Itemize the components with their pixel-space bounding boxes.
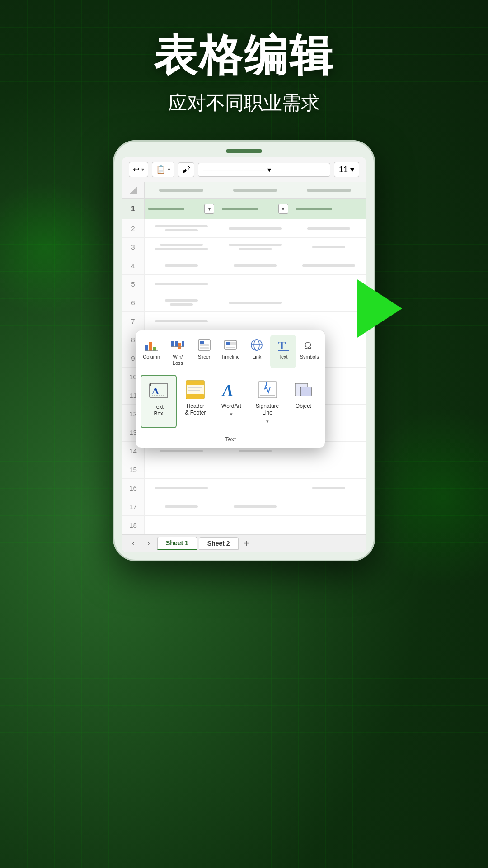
svg-text:Ω: Ω	[304, 340, 311, 351]
popup-item-slicer[interactable]: Slicer	[192, 335, 217, 368]
brush-icon: 🖌	[182, 165, 190, 175]
popup-label-timeline: Timeline	[221, 354, 239, 360]
wordart-big-icon: A	[220, 378, 243, 401]
page-title: 表格编辑	[0, 27, 488, 86]
cell-17a[interactable]	[145, 497, 218, 515]
cell-2c[interactable]	[292, 219, 366, 237]
cell-2b[interactable]	[218, 219, 292, 237]
popup-item-timeline[interactable]: Timeline	[218, 335, 243, 368]
table-row: 4	[122, 256, 366, 275]
svg-text:A: A	[152, 385, 159, 396]
filter-dropdown-b[interactable]: ▾	[278, 204, 288, 214]
cell-7a[interactable]	[145, 312, 218, 330]
arrow-shape	[357, 279, 402, 338]
row-num-17: 17	[122, 497, 145, 515]
popup-item-link[interactable]: Link	[244, 335, 269, 368]
svg-rect-11	[200, 341, 204, 344]
cell-4a[interactable]	[145, 256, 218, 274]
cell-16c[interactable]	[292, 479, 366, 497]
sheet-nav-next-button[interactable]: ›	[142, 537, 155, 550]
font-select[interactable]: ────────────── ▾	[198, 163, 330, 177]
svg-rect-6	[175, 341, 178, 347]
cell-17c[interactable]	[292, 497, 366, 515]
svg-rect-27	[150, 383, 151, 386]
table-row: 15	[122, 460, 366, 479]
popup-wordart-button[interactable]: A WordArt ▾	[214, 375, 249, 428]
cell-3b[interactable]	[218, 238, 292, 256]
popup-item-text[interactable]: T Text	[270, 335, 296, 368]
text-icon: T	[275, 337, 291, 353]
cell-16a[interactable]	[145, 479, 218, 497]
phone-mockup: ↩ ▾ 📋 ▾ 🖌 ────────────── ▾ 11 ▾	[113, 140, 375, 561]
filter-dropdown-a[interactable]: ▾	[204, 204, 214, 214]
cell-18b[interactable]	[218, 516, 292, 534]
table-row: 18	[122, 516, 366, 534]
row-num-16: 16	[122, 479, 145, 497]
cell-5b[interactable]	[218, 275, 292, 293]
textbox-label: TextBox	[154, 404, 164, 418]
signatureline-big-icon	[256, 378, 279, 401]
popup-item-winloss[interactable]: Win/Loss	[165, 335, 190, 368]
clipboard-chevron: ▾	[168, 166, 170, 173]
cell-6a[interactable]	[145, 293, 218, 311]
filter-row: 1 ▾ ▾	[122, 199, 366, 219]
popup-headerfooter-button[interactable]: Header& Footer	[178, 375, 213, 428]
cell-17b[interactable]	[218, 497, 292, 515]
filter-cell-b: ▾	[218, 199, 292, 219]
svg-rect-38	[300, 387, 311, 396]
sheet-tab-2[interactable]: Sheet 2	[199, 537, 239, 550]
cell-3c[interactable]	[292, 238, 366, 256]
cell-7b[interactable]	[218, 312, 292, 330]
cell-7c[interactable]	[292, 312, 366, 330]
sheet-nav-prev-button[interactable]: ‹	[127, 537, 140, 550]
font-size-chevron: ▾	[350, 165, 354, 174]
cell-3a[interactable]	[145, 238, 218, 256]
cell-18a[interactable]	[145, 516, 218, 534]
popup-item-symbols[interactable]: Ω Symbols	[297, 335, 322, 368]
undo-button[interactable]: ↩ ▾	[129, 162, 148, 177]
row-num-2: 2	[122, 219, 145, 237]
cell-2a[interactable]	[145, 219, 218, 237]
cell-4b[interactable]	[218, 256, 292, 274]
font-size-label: 11	[339, 165, 348, 174]
cell-18c[interactable]	[292, 516, 366, 534]
cell-5a[interactable]	[145, 275, 218, 293]
table-row: 7	[122, 312, 366, 330]
row-num-3: 3	[122, 238, 145, 256]
cell-16b[interactable]	[218, 479, 292, 497]
object-big-icon	[292, 378, 314, 401]
toolbar: ↩ ▾ 📋 ▾ 🖌 ────────────── ▾ 11 ▾	[122, 157, 366, 182]
popup-label-column: Column	[143, 354, 160, 360]
popup-label-link: Link	[252, 354, 261, 360]
table-row: 16	[122, 479, 366, 497]
cell-15b[interactable]	[218, 460, 292, 478]
sheet-tab-1[interactable]: Sheet 1	[157, 537, 197, 550]
popup-object-button[interactable]: Object	[286, 375, 320, 428]
svg-rect-5	[171, 341, 174, 347]
popup-item-column[interactable]: Column	[139, 335, 164, 368]
svg-rect-12	[200, 344, 209, 346]
clipboard-button[interactable]: 📋 ▾	[152, 162, 174, 177]
cell-5c[interactable]	[292, 275, 366, 293]
cell-6b[interactable]	[218, 293, 292, 311]
cell-4c[interactable]	[292, 256, 366, 274]
popup-signatureline-button[interactable]: SignatureLine ▾	[250, 375, 285, 428]
svg-rect-2	[149, 342, 152, 351]
sheet-add-button[interactable]: +	[240, 537, 253, 550]
font-size-select[interactable]: 11 ▾	[334, 162, 359, 177]
textbox-big-icon: A	[147, 379, 170, 402]
svg-rect-15	[226, 342, 230, 345]
popup-textbox-button[interactable]: A TextBox	[141, 375, 177, 428]
insert-popup-menu: Column Win/Loss	[136, 330, 325, 448]
row-num-5: 5	[122, 275, 145, 293]
phone-notch	[226, 149, 262, 153]
row-num-18: 18	[122, 516, 145, 534]
headerfooter-label: Header& Footer	[185, 403, 206, 417]
brush-button[interactable]: 🖌	[178, 162, 194, 177]
cell-15a[interactable]	[145, 460, 218, 478]
cell-6c[interactable]	[292, 293, 366, 311]
font-select-chevron: ▾	[267, 166, 271, 174]
filter-cell-c	[292, 199, 366, 219]
popup-label-text: Text	[278, 354, 287, 360]
cell-15c[interactable]	[292, 460, 366, 478]
